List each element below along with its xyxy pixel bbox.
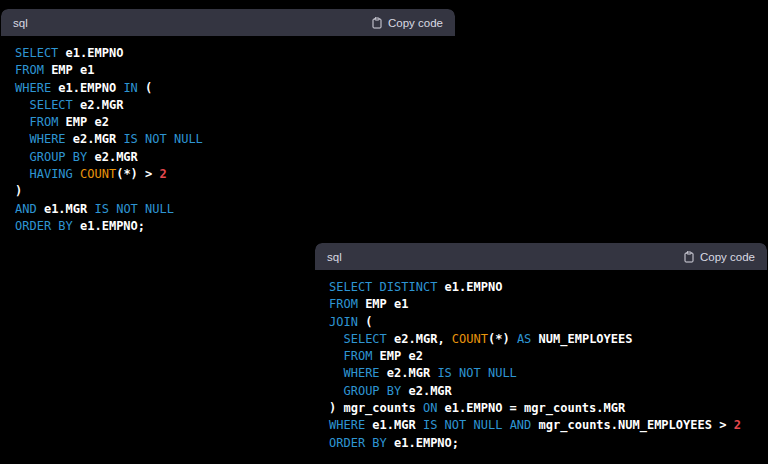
- code-block-header: sql Copy code: [315, 243, 767, 270]
- code-token: (: [138, 81, 152, 95]
- code-token: ORDER BY: [329, 436, 387, 450]
- code-line: GROUP BY e2.MGR: [329, 383, 753, 400]
- code-token: IN: [123, 81, 137, 95]
- code-token: IS NOT NULL: [94, 202, 173, 216]
- code-token: WHERE: [329, 418, 365, 432]
- code-token: WHERE: [15, 81, 51, 95]
- code-token: FROM: [329, 297, 358, 311]
- code-token: IS NOT NULL: [437, 366, 516, 380]
- code-line: HAVING COUNT(*) > 2: [15, 166, 441, 183]
- code-token: e1.EMPNO = mgr_counts.MGR: [437, 401, 625, 415]
- code-block-header: sql Copy code: [1, 9, 455, 36]
- code-line: JOIN (: [329, 314, 753, 331]
- code-token: FROM: [343, 349, 372, 363]
- sql-code-block-2: sql Copy code SELECT DISTINCT e1.EMPNOFR…: [315, 243, 767, 463]
- code-token: e1.EMPNO: [51, 81, 123, 95]
- code-token: IS NOT NULL: [123, 132, 202, 146]
- code-token: COUNT: [80, 167, 116, 181]
- code-content: SELECT DISTINCT e1.EMPNOFROM EMP e1JOIN …: [315, 270, 767, 463]
- code-token: [502, 418, 509, 432]
- code-token: ): [15, 184, 22, 198]
- code-token: e2.MGR: [401, 384, 452, 398]
- code-token: AS: [517, 332, 531, 346]
- code-line: FROM EMP e1: [15, 62, 441, 79]
- code-token: (: [358, 315, 372, 329]
- code-line: WHERE e1.MGR IS NOT NULL AND mgr_counts.…: [329, 417, 753, 434]
- code-content: SELECT e1.EMPNOFROM EMP e1WHERE e1.EMPNO…: [1, 36, 455, 246]
- code-token: ON: [423, 401, 437, 415]
- code-line: SELECT e2.MGR, COUNT(*) AS NUM_EMPLOYEES: [329, 331, 753, 348]
- code-token: [15, 98, 29, 112]
- clipboard-icon: [371, 17, 383, 29]
- sql-code-block-1: sql Copy code SELECT e1.EMPNOFROM EMP e1…: [1, 9, 455, 246]
- code-line: WHERE e1.EMPNO IN (: [15, 80, 441, 97]
- code-token: [15, 150, 29, 164]
- code-line: SELECT e2.MGR: [15, 97, 441, 114]
- code-token: EMP e1: [358, 297, 409, 311]
- code-line: ) mgr_counts ON e1.EMPNO = mgr_counts.MG…: [329, 400, 753, 417]
- code-line: ORDER BY e1.EMPNO;: [329, 435, 753, 452]
- copy-code-button[interactable]: Copy code: [683, 251, 755, 263]
- code-line: WHERE e2.MGR IS NOT NULL: [15, 131, 441, 148]
- code-token: EMP e1: [44, 63, 95, 77]
- code-token: e1.MGR: [37, 202, 95, 216]
- code-line: SELECT e1.EMPNO: [15, 45, 441, 62]
- code-token: IS NOT NULL: [423, 418, 502, 432]
- code-token: GROUP BY: [29, 150, 87, 164]
- code-token: COUNT: [452, 332, 488, 346]
- code-token: e2.MGR: [380, 366, 438, 380]
- language-label: sql: [13, 17, 28, 29]
- code-token: e2.MGR: [66, 132, 124, 146]
- code-token: (*) >: [116, 167, 159, 181]
- code-token: AND: [15, 202, 37, 216]
- code-token: GROUP BY: [343, 384, 401, 398]
- code-token: NUM_EMPLOYEES: [531, 332, 632, 346]
- code-token: ORDER BY: [15, 219, 73, 233]
- code-token: e1.EMPNO: [58, 46, 123, 60]
- code-token: WHERE: [343, 366, 379, 380]
- code-token: FROM: [15, 63, 44, 77]
- code-token: SELECT: [29, 98, 72, 112]
- code-line: ORDER BY e1.EMPNO;: [15, 218, 441, 235]
- code-token: e1.EMPNO: [437, 280, 502, 294]
- code-line: FROM EMP e2: [15, 114, 441, 131]
- code-token: (*): [488, 332, 517, 346]
- code-line: ): [15, 183, 441, 200]
- code-line: GROUP BY e2.MGR: [15, 149, 441, 166]
- code-token: ) mgr_counts: [329, 401, 423, 415]
- code-token: SELECT DISTINCT: [329, 280, 437, 294]
- code-token: mgr_counts.NUM_EMPLOYEES >: [531, 418, 733, 432]
- clipboard-icon: [683, 251, 695, 263]
- code-line: FROM EMP e1: [329, 296, 753, 313]
- code-token: [73, 167, 80, 181]
- code-token: [329, 349, 343, 363]
- code-line: SELECT DISTINCT e1.EMPNO: [329, 279, 753, 296]
- code-token: FROM: [29, 115, 58, 129]
- copy-code-label: Copy code: [700, 251, 755, 263]
- code-token: e2.MGR: [73, 98, 124, 112]
- copy-code-button[interactable]: Copy code: [371, 17, 443, 29]
- code-token: [15, 132, 29, 146]
- code-token: AND: [510, 418, 532, 432]
- code-token: e2.MGR,: [387, 332, 452, 346]
- code-token: EMP e2: [372, 349, 423, 363]
- code-token: EMP e2: [58, 115, 109, 129]
- code-token: e1.EMPNO;: [73, 219, 145, 233]
- code-token: e1.EMPNO;: [387, 436, 459, 450]
- code-token: 2: [734, 418, 741, 432]
- code-line: AND e1.MGR IS NOT NULL: [15, 201, 441, 218]
- code-token: HAVING: [29, 167, 72, 181]
- code-token: [329, 366, 343, 380]
- code-token: SELECT: [15, 46, 58, 60]
- code-line: WHERE e2.MGR IS NOT NULL: [329, 365, 753, 382]
- code-token: e2.MGR: [87, 150, 138, 164]
- code-token: [15, 167, 29, 181]
- code-token: WHERE: [29, 132, 65, 146]
- code-token: SELECT: [343, 332, 386, 346]
- copy-code-label: Copy code: [388, 17, 443, 29]
- language-label: sql: [327, 251, 342, 263]
- code-token: [329, 384, 343, 398]
- code-token: [329, 332, 343, 346]
- code-token: e1.MGR: [365, 418, 423, 432]
- code-token: [15, 115, 29, 129]
